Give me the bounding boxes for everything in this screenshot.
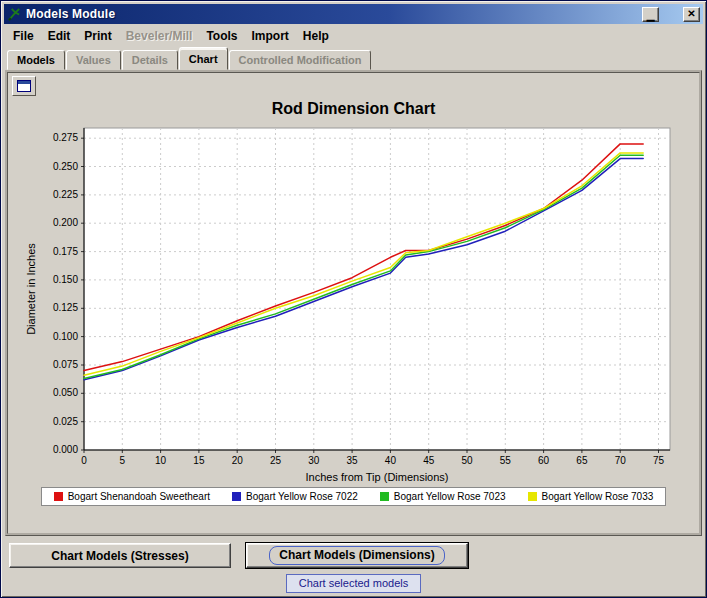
svg-text:0.000: 0.000: [52, 444, 77, 455]
menu-import[interactable]: Import: [245, 26, 296, 46]
menubar: File Edit Print Beveler/Mill Tools Impor…: [4, 24, 703, 47]
legend-swatch-yellow: [528, 492, 537, 501]
legend-item: Bogart Yellow Rose 7033: [528, 491, 654, 502]
svg-text:0.225: 0.225: [52, 189, 77, 200]
svg-text:Diameter in Inches: Diameter in Inches: [25, 243, 37, 335]
legend-label: Bogart Yellow Rose 7023: [394, 491, 506, 502]
tab-models[interactable]: Models: [7, 50, 65, 70]
minimize-icon: ▁: [643, 12, 658, 19]
svg-text:30: 30: [308, 455, 320, 466]
legend-label: Bogart Shenandoah Sweetheart: [68, 491, 210, 502]
legend-label: Bogart Yellow Rose 7033: [542, 491, 654, 502]
svg-text:5: 5: [119, 455, 125, 466]
svg-text:55: 55: [499, 455, 511, 466]
menu-help[interactable]: Help: [296, 26, 336, 46]
chart-models-stresses-button[interactable]: Chart Models (Stresses): [9, 543, 231, 568]
menu-file[interactable]: File: [6, 26, 41, 46]
chart-window-button[interactable]: [12, 76, 36, 96]
tab-values: Values: [66, 50, 121, 70]
svg-text:0.250: 0.250: [52, 161, 77, 172]
chart-panel: Rod Dimension Chart 05101520253035404550…: [5, 70, 702, 536]
legend-item: Bogart Yellow Rose 7023: [380, 491, 506, 502]
legend-item: Bogart Yellow Rose 7022: [232, 491, 358, 502]
tab-bar: Models Values Details Chart Controlled M…: [4, 47, 703, 70]
svg-text:0: 0: [81, 455, 87, 466]
svg-text:0.150: 0.150: [52, 274, 77, 285]
svg-text:0.200: 0.200: [52, 217, 77, 228]
close-button[interactable]: ✕: [683, 7, 700, 22]
titlebar: Models Module ▁ ✕: [4, 4, 703, 24]
minimize-button[interactable]: ▁: [642, 7, 659, 22]
svg-text:0.050: 0.050: [52, 387, 77, 398]
svg-text:0.075: 0.075: [52, 359, 77, 370]
svg-text:0.100: 0.100: [52, 331, 77, 342]
chart-toolbar: [12, 76, 695, 99]
chart-block: Rod Dimension Chart 05101520253035404550…: [12, 100, 695, 506]
chart-title: Rod Dimension Chart: [12, 100, 695, 118]
svg-text:0.025: 0.025: [52, 416, 77, 427]
svg-text:15: 15: [193, 455, 205, 466]
legend-label: Bogart Yellow Rose 7022: [246, 491, 358, 502]
menu-edit[interactable]: Edit: [41, 26, 78, 46]
svg-text:50: 50: [461, 455, 473, 466]
svg-text:35: 35: [346, 455, 358, 466]
dimensions-button-label: Chart Models (Dimensions): [269, 546, 444, 565]
svg-text:75: 75: [652, 455, 664, 466]
chart-selected-models-button[interactable]: Chart selected models: [286, 574, 421, 593]
chart-legend: Bogart Shenandoah Sweetheart Bogart Yell…: [41, 487, 667, 506]
svg-text:40: 40: [384, 455, 396, 466]
legend-swatch-blue: [232, 492, 241, 501]
chart-selected-row: Chart selected models: [4, 568, 703, 593]
window-title: Models Module: [26, 7, 638, 21]
svg-text:70: 70: [614, 455, 626, 466]
svg-text:0.175: 0.175: [52, 246, 77, 257]
svg-text:0.275: 0.275: [52, 132, 77, 143]
svg-text:45: 45: [423, 455, 435, 466]
legend-item: Bogart Shenandoah Sweetheart: [54, 491, 210, 502]
models-module-window: Models Module ▁ ✕ File Edit Print Bevele…: [0, 0, 707, 598]
window-icon: [17, 80, 31, 92]
chart-models-dimensions-button[interactable]: Chart Models (Dimensions): [246, 543, 468, 568]
legend-swatch-green: [380, 492, 389, 501]
menu-tools[interactable]: Tools: [199, 26, 244, 46]
svg-text:0.125: 0.125: [52, 302, 77, 313]
tab-controlled-modification: Controlled Modification: [229, 50, 372, 70]
app-icon: [7, 7, 22, 22]
svg-text:60: 60: [538, 455, 550, 466]
bottom-buttons: Chart Models (Stresses) Chart Models (Di…: [4, 536, 703, 568]
svg-text:Inches from Tip (Dimensions): Inches from Tip (Dimensions): [305, 471, 448, 483]
svg-text:20: 20: [231, 455, 243, 466]
tab-chart[interactable]: Chart: [179, 47, 228, 70]
svg-text:65: 65: [576, 455, 588, 466]
legend-swatch-red: [54, 492, 63, 501]
svg-text:10: 10: [155, 455, 167, 466]
tab-details: Details: [122, 50, 178, 70]
menu-print[interactable]: Print: [77, 26, 118, 46]
dimension-chart: 0510152025303540455055606570750.0000.025…: [22, 120, 686, 486]
menu-beveler-mill: Beveler/Mill: [119, 26, 200, 46]
svg-text:25: 25: [269, 455, 281, 466]
